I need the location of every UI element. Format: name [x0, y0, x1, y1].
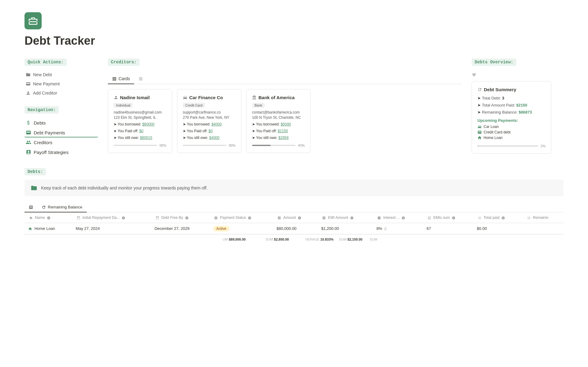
col-initial-repayment: Initial Repayment Da... — [72, 212, 151, 223]
boa-progress: 43% — [252, 144, 305, 147]
name-col-icon — [29, 216, 33, 220]
debts-nav-label: Debts — [34, 120, 46, 125]
creditors-nav-icon — [26, 140, 31, 145]
debts-table: Name Initial Repayment Da... Debt Free B… — [24, 212, 564, 234]
debts-description: Keep track of each debt individually and… — [24, 180, 564, 196]
info-icon-eminum — [452, 216, 455, 220]
new-payment-icon — [26, 81, 31, 86]
cards-tab-label: Cards — [119, 76, 130, 81]
car-paid: ➤ You Paid off: $0 — [183, 129, 236, 133]
row-emi-amount: $1,200.00 — [318, 223, 373, 234]
footer-status-spacer — [182, 236, 219, 242]
creditors-header: Creditors: — [108, 58, 462, 70]
row-remaining — [522, 223, 564, 234]
interest-col-icon — [377, 216, 381, 220]
creditor-card-car-finance: Car Finance Co Credit Card support@carfi… — [177, 89, 241, 153]
payoff-strategies-nav-label: Payoff Strategies — [34, 150, 69, 155]
info-icon-status — [248, 216, 251, 220]
summary-progress-label: 2% — [541, 144, 545, 148]
spinner-icon — [383, 227, 387, 231]
boa-email: contact@bankofamerica.com — [252, 110, 305, 114]
car-finance-address: 270 Park Ave, New York, NY — [183, 115, 236, 120]
debt-summary-card: Debt Summery ➤ Total Debt: 3 ➤ Total Amo… — [472, 81, 551, 154]
home-upcoming-icon — [477, 136, 482, 140]
table-view-icon — [29, 205, 33, 209]
boa-borrowed: ➤ You borrowed: $5000 — [252, 122, 305, 126]
new-payment-label: New Payment — [33, 81, 60, 86]
upcoming-payments-label: Upcoming Payments: — [477, 118, 545, 123]
grid-tab-icon — [138, 77, 143, 81]
footer-remaining: SUM — [366, 236, 381, 242]
boa-paid: ➤ You Paid off: $2150 — [252, 129, 305, 133]
debts-section-label: Debts: — [24, 168, 46, 175]
calendar-col-icon — [77, 216, 80, 220]
creditor-card-boa: Bank of America Bank contact@bankofameri… — [246, 89, 311, 153]
emi-col-icon — [322, 216, 326, 220]
footer-emi: SUM $2,850.00 — [262, 236, 302, 242]
view-tab-table[interactable] — [24, 202, 37, 212]
nav-payoff-strategies[interactable]: Payoff Strategies — [24, 147, 98, 157]
boa-address: 100 N Tryon St, Charlotte, NC — [252, 115, 305, 120]
add-creditor-label: Add Creditor — [33, 91, 57, 95]
footer-spacer — [24, 236, 90, 242]
row-amount: $80,000.00 — [273, 223, 318, 234]
new-debt-action[interactable]: New Debt — [24, 70, 98, 79]
remaining-balance-icon — [42, 205, 46, 209]
debt-summary-title: Debt Summery — [477, 87, 545, 92]
nadine-email: nadine4business@gmail.com — [114, 110, 166, 114]
new-payment-action[interactable]: New Payment — [24, 79, 98, 88]
boa-progress-label: 43% — [298, 144, 305, 147]
nadine-progress: 00% — [114, 144, 166, 147]
status-badge: Active — [213, 226, 229, 231]
footer-totalpaid: SUM $2,150.00 — [335, 236, 366, 242]
nadine-type: Individual — [114, 103, 133, 108]
debts-description-text: Keep track of each debt individually and… — [41, 185, 208, 190]
car-finance-email: support@carfinance.co — [183, 110, 236, 114]
car-owe: ➤ You still owe: $4000 — [183, 136, 236, 140]
tab-grid[interactable] — [134, 74, 147, 84]
nadine-name: Nadine Ismail — [114, 95, 166, 100]
tab-cards[interactable]: Cards — [108, 74, 134, 84]
car-finance-type: Credit Card — [183, 103, 205, 108]
col-emis-num: EMIs num — [423, 212, 473, 223]
col-interest: Interest ... — [373, 212, 423, 223]
boa-progress-track — [252, 145, 296, 146]
nadine-progress-track — [114, 145, 157, 146]
debts-nav-icon — [26, 120, 31, 125]
remaining-balance-row: ➤ Remaining Balance: $86873 — [477, 110, 545, 114]
status-col-icon — [214, 216, 218, 220]
info-icon-emi — [350, 216, 354, 220]
car-progress-label: 00% — [229, 144, 236, 147]
view-tab-remaining-balance[interactable]: Remaining Balance — [37, 202, 87, 212]
table-header-row: Name Initial Repayment Da... Debt Free B… — [24, 212, 564, 223]
nav-section: Navigation: Debts Debt Payments Creditor… — [24, 106, 98, 157]
col-amount: Amount — [273, 212, 318, 223]
overview-filter[interactable] — [472, 73, 564, 77]
debts-description-icon — [31, 185, 37, 191]
footer-amount: UM $89,000.00 — [219, 236, 262, 242]
debts-table-body: Home Loan May 27, 2024 December 27, 2029… — [24, 223, 564, 234]
nav-debts[interactable]: Debts — [24, 118, 98, 128]
creditors-section: Creditors: Cards Nadine Ismail — [108, 58, 462, 153]
row-interest: 8% — [373, 223, 423, 234]
nadine-borrowed: ➤ You borrowed: $80000 — [114, 122, 166, 126]
col-emi-amount: EMI Amount — [318, 212, 373, 223]
col-total-paid: Total paid — [473, 212, 522, 223]
info-icon-name — [47, 216, 51, 220]
nav-creditors[interactable]: Creditors — [24, 137, 98, 147]
summary-progress-track — [477, 145, 538, 147]
creditors-label: Creditors: — [108, 58, 140, 66]
col-name: Name — [24, 212, 72, 223]
creditors-tabs: Cards — [108, 74, 462, 84]
debts-overview-label: Debts Overview: — [472, 58, 516, 66]
quick-actions-label: Quick Actions: — [24, 58, 67, 66]
nav-debt-payments[interactable]: Debt Payments — [24, 128, 98, 137]
remaining-balance-tab-label: Remaining Balance — [48, 205, 82, 209]
page: Debt Tracker Quick Actions: New Debt New… — [0, 0, 588, 257]
eminum-col-icon — [428, 216, 431, 220]
view-tabs: Remaining Balance — [24, 202, 564, 212]
total-debt-row: ➤ Total Debt: 3 — [477, 96, 545, 100]
add-creditor-action[interactable]: Add Creditor — [24, 88, 98, 98]
footer-debtfree-spacer — [138, 236, 182, 242]
debts-table-head: Name Initial Repayment Da... Debt Free B… — [24, 212, 564, 223]
